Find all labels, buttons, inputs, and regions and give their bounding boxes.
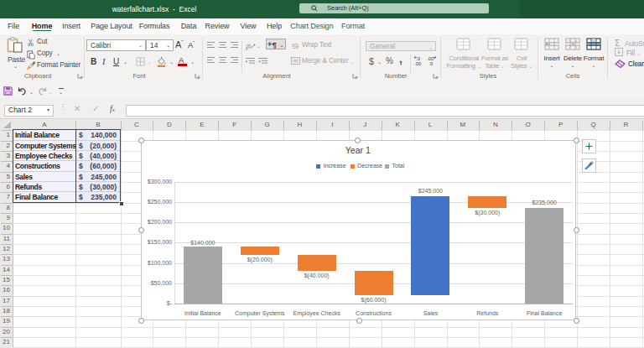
svg-text:.00: .00 bbox=[414, 61, 422, 66]
svg-text:ab: ab bbox=[246, 42, 252, 50]
svg-text:¶: ¶ bbox=[272, 40, 276, 49]
svg-text:.0: .0 bbox=[428, 61, 434, 66]
